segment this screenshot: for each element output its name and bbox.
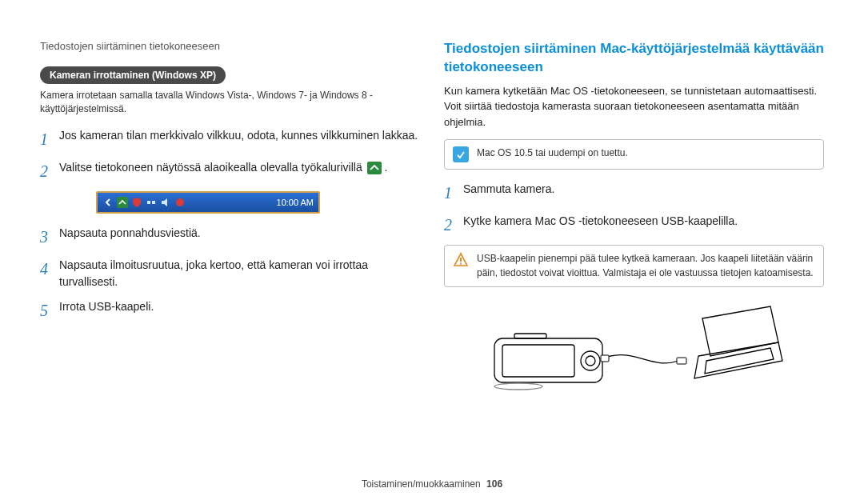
svg-rect-13 [601,355,609,362]
info-icon [453,146,469,162]
chevron-left-icon [102,197,114,208]
safely-remove-hardware-icon [367,162,382,174]
svg-point-4 [176,198,184,206]
svg-rect-0 [367,162,382,174]
step-number: 3 [40,225,59,249]
intro-text: Kun kamera kytketään Mac OS -tietokonees… [444,83,824,130]
svg-rect-5 [460,258,462,262]
step-text: Napsauta ponnahdusviestiä. [59,225,420,242]
updates-icon [174,197,186,208]
step-text: Napsauta ilmoitusruutua, joka kertoo, et… [59,257,420,290]
step-text: Irrota USB-kaapeli. [59,298,420,315]
warning-icon [453,252,469,268]
right-steps: 1 Sammuta kamera. 2 Kytke kamera Mac OS … [444,181,824,237]
step-number: 1 [444,181,463,205]
svg-rect-14 [677,358,686,364]
section-pill-sub: Kamera irrotetaan samalla tavalla Window… [40,89,420,116]
step-text: Valitse tietokoneen näytössä alaoikealla… [59,159,420,176]
svg-point-12 [494,383,542,390]
camera-to-laptop-illustration [482,298,786,394]
page-number: 106 [486,478,502,490]
svg-rect-6 [460,263,462,265]
network-icon [146,197,157,208]
page-content: Tiedostojen siirtäminen tietokoneeseen K… [0,0,864,394]
footer-section: Toistaminen/muokkaaminen [362,478,481,490]
list-item: 2 Valitse tietokoneen näytössä alaoikeal… [40,159,420,183]
svg-rect-1 [117,197,128,208]
step-number: 2 [444,213,463,237]
svg-point-10 [586,356,595,366]
section-pill: Kameran irrottaminen (Windows XP) [40,66,226,84]
shield-icon [131,197,142,208]
tray-icons [102,197,186,208]
volume-icon [160,197,171,208]
section-title: Tiedostojen siirtäminen Mac-käyttöjärjes… [444,40,824,77]
step-text: Jos kameran tilan merkkivalo vilkkuu, od… [59,127,420,144]
left-steps: 1 Jos kameran tilan merkkivalo vilkkuu, … [40,127,420,183]
list-item: 2 Kytke kamera Mac OS -tietokoneeseen US… [444,213,824,237]
right-column: Tiedostojen siirtäminen Mac-käyttöjärjes… [444,40,824,394]
windows-taskbar-example: 10:00 AM [96,191,320,214]
step-number: 4 [40,257,59,281]
svg-rect-8 [502,345,574,377]
page-header: Tiedostojen siirtäminen tietokoneeseen [40,40,420,52]
list-item: 4 Napsauta ilmoitusruutua, joka kertoo, … [40,257,420,290]
svg-rect-3 [152,201,155,204]
list-item: 3 Napsauta ponnahdusviestiä. [40,225,420,249]
list-item: 5 Irrota USB-kaapeli. [40,298,420,322]
step-number: 2 [40,159,59,183]
svg-rect-2 [147,201,150,204]
list-item: 1 Jos kameran tilan merkkivalo vilkkuu, … [40,127,420,151]
warning-note: USB-kaapelin pienempi pää tulee kytkeä k… [444,245,824,287]
list-item: 1 Sammuta kamera. [444,181,824,205]
left-column: Tiedostojen siirtäminen tietokoneeseen K… [40,40,420,394]
left-steps-continued: 3 Napsauta ponnahdusviestiä. 4 Napsauta … [40,225,420,322]
step-number: 1 [40,127,59,151]
svg-point-9 [581,351,600,370]
period: . [385,161,388,174]
svg-rect-11 [514,334,546,338]
info-note-text: Mac OS 10.5 tai uudempi on tuettu. [477,146,628,160]
taskbar-clock: 10:00 AM [277,198,314,207]
warning-note-text: USB-kaapelin pienempi pää tulee kytkeä k… [477,252,815,280]
safely-remove-hardware-icon [117,197,128,208]
step-text: Sammuta kamera. [463,181,824,198]
info-note: Mac OS 10.5 tai uudempi on tuettu. [444,139,824,170]
step-number: 5 [40,298,59,322]
page-footer: Toistaminen/muokkaaminen 106 [0,478,864,490]
step-text: Kytke kamera Mac OS -tietokoneeseen USB-… [463,213,824,230]
